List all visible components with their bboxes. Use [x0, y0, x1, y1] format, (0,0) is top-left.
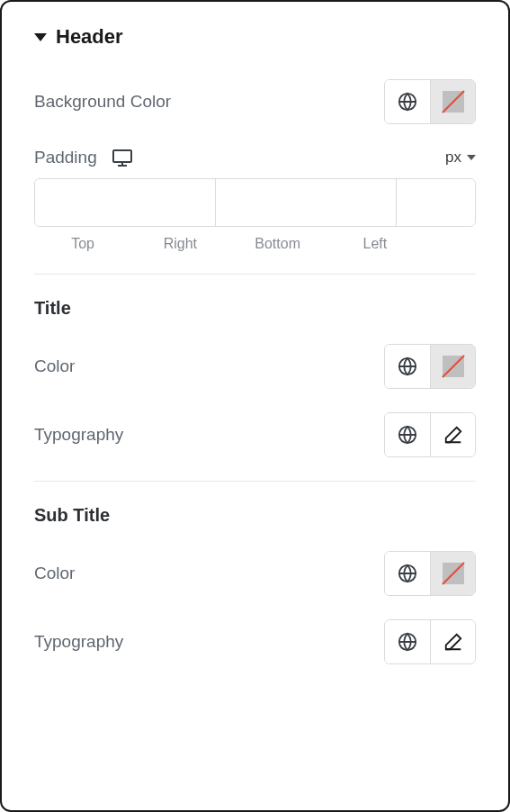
title-typography-row: Typography — [34, 412, 476, 457]
caret-down-icon — [34, 33, 47, 41]
globe-icon — [398, 356, 417, 376]
background-color-label: Background Color — [34, 92, 171, 112]
background-color-row: Background Color — [34, 79, 476, 124]
padding-left-label: Left — [327, 236, 424, 252]
no-color-icon — [443, 356, 464, 377]
subtitle-color-row: Color — [34, 551, 476, 596]
divider — [34, 274, 476, 275]
no-color-icon — [443, 563, 464, 584]
edit-typography-button[interactable] — [430, 413, 475, 456]
header-section-toggle[interactable]: Header — [34, 25, 476, 49]
title-typography-controls — [384, 412, 476, 457]
globe-icon — [398, 92, 417, 112]
globe-icon — [398, 425, 417, 445]
subtitle-typography-label: Typography — [34, 632, 123, 652]
unit-value: px — [445, 149, 461, 167]
pencil-icon — [443, 632, 463, 652]
title-color-controls — [384, 344, 476, 389]
subtitle-color-label: Color — [34, 564, 75, 583]
subtitle-typography-row: Typography — [34, 619, 476, 664]
title-color-label: Color — [34, 356, 75, 376]
subtitle-typography-controls — [384, 619, 476, 664]
global-color-button[interactable] — [385, 552, 430, 595]
color-swatch-button[interactable] — [430, 80, 475, 123]
global-typography-button[interactable] — [385, 620, 430, 663]
padding-inputs-group — [34, 178, 476, 227]
color-swatch-button[interactable] — [430, 345, 475, 388]
subtitle-heading: Sub Title — [34, 505, 476, 526]
title-heading: Title — [34, 298, 476, 319]
pencil-icon — [443, 425, 463, 445]
padding-bottom-input[interactable] — [397, 179, 476, 226]
color-swatch-button[interactable] — [430, 552, 475, 595]
section-title: Header — [56, 25, 123, 49]
padding-right-label: Right — [131, 236, 228, 252]
edit-typography-button[interactable] — [430, 620, 475, 663]
global-color-button[interactable] — [385, 80, 430, 123]
padding-top-label: Top — [34, 236, 131, 252]
unit-selector[interactable]: px — [445, 149, 476, 167]
padding-label: Padding — [34, 148, 97, 167]
globe-icon — [398, 564, 417, 583]
no-color-icon — [443, 91, 464, 113]
desktop-icon[interactable] — [112, 149, 133, 167]
globe-icon — [398, 632, 417, 652]
style-panel: Header Background Color Padding — [0, 0, 510, 812]
padding-label-group: Padding — [34, 148, 133, 167]
chevron-down-icon — [467, 155, 476, 160]
global-color-button[interactable] — [385, 345, 430, 388]
title-color-row: Color — [34, 344, 476, 389]
padding-labels-row: Top Right Bottom Left — [34, 236, 476, 252]
subtitle-color-controls — [384, 551, 476, 596]
padding-top-input[interactable] — [35, 179, 216, 226]
background-color-controls — [384, 79, 476, 124]
padding-header-row: Padding px — [34, 148, 476, 167]
divider — [34, 481, 476, 482]
svg-rect-2 — [113, 150, 131, 162]
spacer — [424, 236, 476, 252]
padding-right-input[interactable] — [216, 179, 397, 226]
padding-bottom-label: Bottom — [229, 236, 327, 252]
global-typography-button[interactable] — [385, 413, 430, 456]
title-typography-label: Typography — [34, 425, 123, 445]
